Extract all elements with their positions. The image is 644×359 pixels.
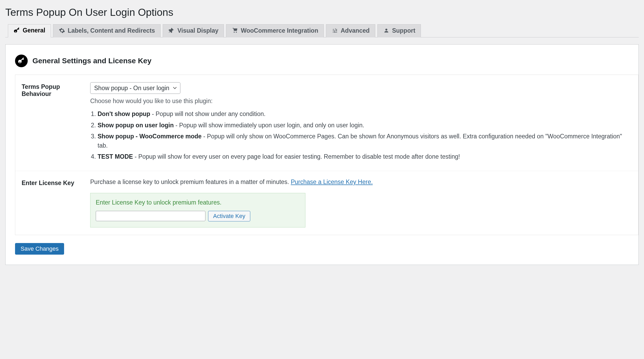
license-form: Activate Key	[96, 211, 300, 221]
license-content: Purchase a license key to unlock premium…	[90, 178, 638, 227]
behaviour-content: Show popup - On user login Choose how wo…	[90, 82, 638, 163]
list-item: TEST MODE - Popup will show for every us…	[98, 152, 633, 161]
tab-advanced[interactable]: Advanced	[326, 24, 375, 37]
behaviour-row: Terms Popup Behaviour Show popup - On us…	[15, 75, 638, 171]
purchase-link[interactable]: Purchase a License Key Here.	[291, 178, 373, 185]
user-icon	[383, 27, 390, 34]
license-box-title: Enter License Key to unlock premium feat…	[96, 199, 300, 206]
section-title: General Settings and License Key	[32, 57, 151, 65]
activate-key-button[interactable]: Activate Key	[208, 211, 250, 221]
tab-support[interactable]: Support	[377, 24, 421, 37]
tab-label: Support	[392, 27, 415, 34]
behaviour-options: Don't show popup - Popup will not show u…	[90, 109, 633, 161]
behaviour-help: Choose how would you like to use this pl…	[90, 98, 633, 105]
page-title: Terms Popup On User Login Options	[5, 7, 639, 18]
section-header: General Settings and License Key	[6, 55, 638, 75]
tab-nav: General Labels, Content and Redirects Vi…	[5, 24, 639, 37]
purchase-text: Purchase a license key to unlock premium…	[90, 178, 633, 186]
behaviour-select[interactable]: Show popup - On user login	[90, 82, 180, 94]
settings-panel: General Settings and License Key Terms P…	[5, 44, 639, 265]
tab-label: General	[23, 27, 45, 34]
license-row: Enter License Key Purchase a license key…	[15, 171, 638, 235]
license-box: Enter License Key to unlock premium feat…	[90, 193, 305, 227]
gear-icon	[59, 27, 65, 34]
tab-label: Labels, Content and Redirects	[68, 27, 155, 34]
list-item: Show popup on user login - Popup will sh…	[98, 121, 633, 130]
tab-woocommerce[interactable]: WooCommerce Integration	[226, 24, 324, 37]
tab-labels[interactable]: Labels, Content and Redirects	[53, 24, 161, 37]
form-table: Terms Popup Behaviour Show popup - On us…	[15, 75, 638, 235]
tab-visual[interactable]: Visual Display	[163, 24, 224, 37]
list-item: Don't show popup - Popup will not show u…	[98, 109, 633, 119]
list-item: Show popup - WooCommerce mode - Popup wi…	[98, 132, 633, 150]
sliders-icon	[331, 27, 338, 34]
behaviour-label: Terms Popup Behaviour	[22, 82, 90, 163]
tab-label: WooCommerce Integration	[241, 27, 318, 34]
tab-label: Advanced	[341, 27, 370, 34]
license-label: Enter License Key	[22, 178, 90, 227]
pin-icon	[168, 27, 175, 34]
key-icon	[15, 55, 28, 67]
tab-general[interactable]: General	[8, 24, 51, 37]
save-button[interactable]: Save Changes	[15, 243, 64, 255]
key-icon	[13, 27, 20, 34]
license-key-input[interactable]	[96, 211, 205, 221]
cart-icon	[232, 27, 238, 34]
tab-label: Visual Display	[177, 27, 219, 34]
